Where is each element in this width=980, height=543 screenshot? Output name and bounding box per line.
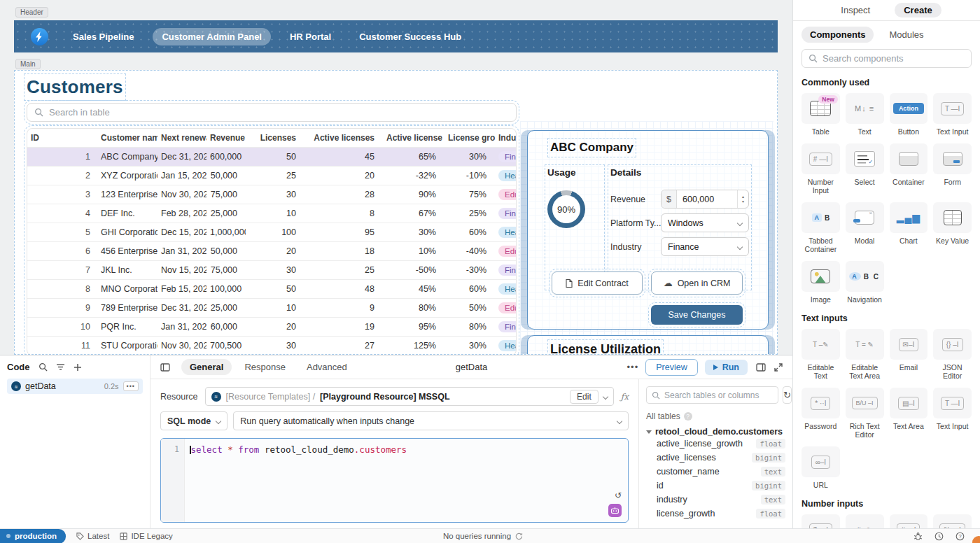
license-utilization-panel[interactable]: License Utilization (527, 335, 769, 355)
component-card[interactable]: Rich Text Editor (846, 388, 884, 439)
revenue-input[interactable]: $ 600,000 ▴▾ (661, 190, 749, 209)
filter-icon[interactable] (56, 363, 65, 371)
edit-resource-button[interactable]: Edit (570, 390, 598, 404)
component-card[interactable]: Text Input (933, 93, 972, 136)
ide-mode-selector[interactable]: IDE Legacy (120, 532, 172, 540)
table-row[interactable]: 11 STU Corporation Nov 30, 2023 700,500 … (27, 337, 516, 355)
column-header[interactable]: Active license growth (383, 129, 444, 148)
component-search[interactable] (802, 49, 972, 68)
query-more-icon[interactable]: ••• (123, 381, 139, 391)
panel-toggle-icon[interactable] (160, 363, 170, 372)
column-header[interactable]: Industry (495, 129, 516, 148)
refresh-schema-icon[interactable]: ↻ (783, 386, 792, 404)
platform-select[interactable]: Windows (661, 213, 749, 232)
component-card[interactable]: Editable Text Area (846, 329, 884, 380)
query-tab[interactable]: Advanced (298, 359, 356, 375)
component-card[interactable]: Chart (890, 202, 928, 253)
table-row[interactable]: 7 JKL Inc. Nov 15, 2023 75,000 30 25 -50… (27, 261, 516, 280)
component-search-input[interactable] (822, 53, 965, 64)
table-search-input[interactable] (49, 107, 509, 118)
search-icon[interactable] (38, 362, 48, 372)
column-header[interactable]: Next renewal (158, 129, 206, 148)
table-row[interactable]: 3 123 Enterprises Nov 30, 2023 75,000 30… (27, 185, 516, 204)
schema-search-input[interactable] (664, 390, 773, 400)
help-icon[interactable]: ? (955, 532, 965, 541)
schema-field-row[interactable]: customer_name text (646, 465, 785, 479)
ai-assistant-icon[interactable] (608, 504, 622, 517)
column-header[interactable]: ID (27, 129, 97, 148)
query-tab[interactable]: General (181, 359, 232, 375)
revenue-stepper[interactable]: ▴▾ (737, 190, 748, 208)
history-icon[interactable] (934, 532, 944, 541)
chevron-down-icon[interactable] (603, 393, 608, 399)
table-row[interactable]: 9 789 Enterprises Dec 31, 2023 25,000 10… (27, 299, 516, 318)
nav-tab[interactable]: HR Portal (281, 28, 340, 45)
industry-select[interactable]: Finance (661, 237, 749, 256)
schema-field-row[interactable]: license_growth float (646, 507, 785, 521)
fx-icon[interactable]: ƒx (621, 392, 629, 402)
component-card[interactable]: Image (802, 261, 840, 304)
resource-select[interactable]: ≋ [Resource Templates] / [Playground Res… (205, 387, 614, 406)
library-subtab[interactable]: Modules (881, 27, 932, 43)
table-row[interactable]: 5 GHI Corporation Dec 15, 2023 1,000,000… (27, 223, 516, 242)
component-card[interactable]: Password (802, 388, 840, 439)
edit-contract-button[interactable]: Edit Contract (552, 272, 643, 295)
component-card[interactable]: Number Input (890, 514, 928, 528)
table-search[interactable] (27, 103, 517, 122)
run-mode-select[interactable]: Run query automatically when inputs chan… (233, 411, 629, 430)
component-card[interactable]: Number Input (802, 143, 840, 195)
query-tab[interactable]: Response (236, 359, 294, 375)
table-row[interactable]: 2 XYZ Corporation Jan 15, 2024 50,000 25… (27, 167, 516, 185)
right-panel-tab[interactable]: Inspect (832, 3, 879, 17)
reset-query-icon[interactable]: ↺ (615, 491, 622, 500)
component-card[interactable]: URL (802, 446, 840, 489)
schema-field-row[interactable]: active_license_growth float (646, 437, 785, 451)
nav-tab[interactable]: Sales Pipeline (64, 28, 143, 45)
component-card[interactable]: Form (933, 143, 972, 195)
schema-search[interactable] (646, 386, 778, 404)
sql-code-line[interactable]: select * from retool_cloud_demo.customer… (185, 439, 407, 522)
query-list-item-getdata[interactable]: ≋ getData 0.2s ••• (7, 379, 143, 394)
run-button[interactable]: Run (705, 360, 748, 375)
version-selector[interactable]: Latest (76, 532, 109, 540)
schema-table-node[interactable]: retool_cloud_demo.customers (646, 427, 785, 437)
app-header-bar[interactable]: Sales Pipeline Customer Admin Panel HR P… (14, 20, 778, 52)
schema-field-row[interactable]: industry text (646, 493, 785, 507)
sql-editor[interactable]: 1 select * from retool_cloud_demo.custom… (160, 438, 629, 523)
schema-field-row[interactable]: active_licenses bigint (646, 451, 785, 465)
component-card[interactable]: Key Value (933, 202, 972, 253)
header-container-tag[interactable]: Header (15, 7, 48, 17)
library-subtab[interactable]: Components (802, 27, 874, 43)
environment-selector[interactable]: production (0, 529, 66, 543)
component-card[interactable]: New Table (802, 93, 840, 136)
component-card[interactable]: Text (846, 93, 884, 136)
column-header[interactable]: Active licenses (304, 129, 383, 148)
nav-tab[interactable]: Customer Admin Panel (153, 28, 271, 45)
column-header[interactable]: Customer name (97, 129, 158, 148)
preview-button[interactable]: Preview (645, 359, 697, 376)
component-card[interactable]: Email (890, 329, 928, 380)
schema-field-row[interactable]: id bigint (646, 479, 785, 493)
column-header[interactable]: License growth (444, 129, 495, 148)
nav-tab[interactable]: Customer Success Hub (350, 28, 470, 45)
sql-mode-select[interactable]: SQL mode (160, 411, 227, 430)
component-card[interactable]: Select (846, 143, 884, 195)
open-in-crm-button[interactable]: ☁ Open in CRM (651, 272, 743, 295)
column-header[interactable]: Revenue (206, 129, 246, 148)
customer-detail-panel[interactable]: ABC Company Usage 90% Details Revenue $ … (527, 130, 769, 330)
component-card[interactable]: Action Button (890, 93, 928, 136)
table-row[interactable]: 8 MNO Corporation Feb 15, 2024 100,000 5… (27, 280, 516, 299)
table-row[interactable]: 6 456 Enterprises Jan 31, 2024 50,000 20… (27, 242, 516, 261)
component-card[interactable]: Editable Number (846, 514, 884, 528)
component-card[interactable]: Editable Text (802, 329, 840, 380)
expand-icon[interactable] (774, 363, 783, 372)
component-card[interactable]: B C Navigation (846, 261, 884, 304)
column-header[interactable]: Licenses (246, 129, 304, 148)
panel-layout-icon[interactable] (756, 363, 766, 372)
component-card[interactable]: Text Area (890, 388, 928, 439)
info-icon[interactable]: ? (684, 412, 692, 421)
component-card[interactable]: Modal (846, 202, 884, 253)
component-card[interactable]: Text Input (933, 388, 972, 439)
component-card[interactable]: JSON Editor (933, 329, 972, 380)
right-panel-tab[interactable]: Create (895, 3, 941, 17)
